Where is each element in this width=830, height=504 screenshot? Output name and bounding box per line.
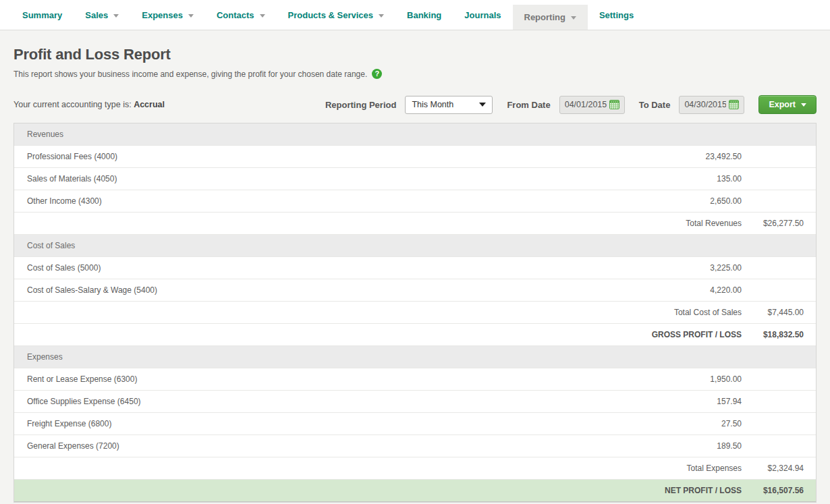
select-caret-icon bbox=[479, 103, 486, 107]
section-header-row: Revenues bbox=[14, 123, 816, 146]
tab-banking[interactable]: Banking bbox=[395, 0, 453, 30]
chevron-down-icon bbox=[571, 16, 576, 20]
reporting-period-label: Reporting Period bbox=[325, 100, 396, 110]
total-cell: $7,445.00 bbox=[742, 308, 816, 317]
page-content: Profit and Loss Report This report shows… bbox=[0, 46, 830, 503]
account-label: Revenues bbox=[14, 130, 742, 139]
account-label: Professional Fees (4000) bbox=[14, 152, 706, 161]
amount-cell: 27.50 bbox=[721, 419, 742, 428]
account-label: General Expenses (7200) bbox=[14, 441, 717, 451]
report-row: Total Cost of Sales$7,445.00 bbox=[14, 302, 816, 324]
report-row: NET PROFIT / LOSS$16,507.56 bbox=[14, 480, 816, 502]
report-row: Office Supplies Expense (6450)157.94 bbox=[14, 391, 816, 413]
account-label: Cost of Sales bbox=[14, 241, 742, 250]
amount-cell: 1,950.00 bbox=[710, 374, 742, 384]
section-header-row: Cost of Sales bbox=[14, 235, 816, 257]
top-nav: SummarySalesExpensesContactsProducts & S… bbox=[0, 0, 830, 30]
account-label: Rent or Lease Expense (6300) bbox=[14, 374, 710, 384]
tab-label: Products & Services bbox=[288, 10, 373, 20]
report-row: Cost of Sales-Salary & Wage (5400)4,220.… bbox=[14, 279, 816, 302]
tab-label: Expenses bbox=[142, 10, 183, 20]
export-button-label: Export bbox=[769, 100, 796, 109]
to-date-input[interactable] bbox=[684, 100, 726, 109]
tab-label: Banking bbox=[407, 10, 441, 20]
total-cell: $26,277.50 bbox=[742, 219, 816, 228]
amount-cell: 3,225.00 bbox=[710, 263, 742, 273]
chevron-down-icon bbox=[801, 103, 806, 107]
report-row: General Expenses (7200)189.50 bbox=[14, 435, 816, 457]
accounting-type-value: Accrual bbox=[134, 100, 165, 109]
report-row: Other Income (4300)2,650.00 bbox=[14, 190, 816, 213]
total-label: Total Revenues bbox=[686, 219, 742, 228]
help-icon[interactable]: ? bbox=[372, 69, 382, 79]
controls-right: Reporting Period This Month From Date To… bbox=[325, 95, 817, 114]
accounting-type: Your current accounting type is: Accrual bbox=[13, 100, 165, 109]
total-cell: $16,507.56 bbox=[742, 486, 816, 495]
account-label: Cost of Sales-Salary & Wage (5400) bbox=[14, 285, 710, 295]
tab-settings[interactable]: Settings bbox=[588, 0, 645, 30]
total-cell: $18,832.50 bbox=[742, 330, 816, 339]
accounting-type-label: Your current accounting type is: bbox=[13, 100, 132, 109]
profit-loss-table: RevenuesProfessional Fees (4000)23,492.5… bbox=[13, 123, 817, 503]
from-date-field[interactable] bbox=[559, 96, 625, 114]
tab-label: Contacts bbox=[217, 10, 254, 20]
from-date-label: From Date bbox=[507, 100, 550, 110]
tab-journals[interactable]: Journals bbox=[453, 0, 512, 30]
section-header-row: Expenses bbox=[14, 346, 816, 368]
account-label: Other Income (4300) bbox=[14, 196, 710, 206]
tab-label: Settings bbox=[599, 10, 634, 20]
tab-reporting[interactable]: Reporting bbox=[513, 5, 588, 30]
report-row: Freight Expense (6800)27.50 bbox=[14, 413, 816, 435]
tab-contacts[interactable]: Contacts bbox=[205, 0, 277, 30]
total-label: NET PROFIT / LOSS bbox=[665, 486, 742, 495]
total-label: Total Cost of Sales bbox=[674, 308, 742, 317]
total-cell: $2,324.94 bbox=[742, 464, 816, 473]
tab-label: Journals bbox=[464, 10, 501, 20]
amount-cell: 2,650.00 bbox=[710, 196, 742, 206]
account-label: Freight Expense (6800) bbox=[14, 419, 721, 428]
account-label: Expenses bbox=[14, 352, 742, 362]
report-row: Total Revenues$26,277.50 bbox=[14, 213, 816, 235]
report-row: Total Expenses$2,324.94 bbox=[14, 457, 816, 480]
calendar-icon[interactable] bbox=[609, 100, 619, 109]
tab-label: Sales bbox=[85, 10, 108, 20]
account-label: Office Supplies Expense (6450) bbox=[14, 397, 717, 406]
page-subtitle: This report shows your business income a… bbox=[13, 69, 817, 79]
page-title: Profit and Loss Report bbox=[13, 46, 817, 63]
amount-cell: 157.94 bbox=[717, 397, 742, 406]
tab-label: Reporting bbox=[524, 12, 565, 22]
tab-products-services[interactable]: Products & Services bbox=[277, 0, 395, 30]
amount-cell: 23,492.50 bbox=[706, 152, 742, 161]
to-date-label: To Date bbox=[639, 100, 671, 110]
chevron-down-icon bbox=[113, 14, 119, 18]
amount-cell: 4,220.00 bbox=[710, 285, 742, 295]
from-date-input[interactable] bbox=[565, 100, 607, 109]
amount-cell: 189.50 bbox=[717, 441, 742, 451]
report-row: GROSS PROFIT / LOSS$18,832.50 bbox=[14, 324, 816, 346]
total-label: Total Expenses bbox=[687, 464, 742, 473]
reporting-period-value: This Month bbox=[412, 100, 453, 109]
export-button[interactable]: Export bbox=[758, 95, 817, 114]
calendar-icon[interactable] bbox=[729, 100, 739, 109]
chevron-down-icon bbox=[188, 14, 194, 18]
tab-expenses[interactable]: Expenses bbox=[130, 0, 205, 30]
to-date-field[interactable] bbox=[679, 96, 744, 114]
report-row: Rent or Lease Expense (6300)1,950.00 bbox=[14, 368, 816, 391]
chevron-down-icon bbox=[260, 14, 265, 18]
account-label: Sales of Materials (4050) bbox=[14, 174, 717, 184]
report-row: Sales of Materials (4050)135.00 bbox=[14, 168, 816, 190]
report-row: Professional Fees (4000)23,492.50 bbox=[14, 146, 816, 168]
report-controls: Your current accounting type is: Accrual… bbox=[13, 95, 817, 114]
amount-cell: 135.00 bbox=[717, 174, 742, 184]
chevron-down-icon bbox=[379, 14, 384, 18]
tab-label: Summary bbox=[22, 10, 62, 20]
account-label: Cost of Sales (5000) bbox=[14, 263, 710, 273]
reporting-period-select[interactable]: This Month bbox=[405, 96, 493, 114]
tab-sales[interactable]: Sales bbox=[74, 0, 130, 30]
report-row: Cost of Sales (5000)3,225.00 bbox=[14, 257, 816, 279]
subtitle-text: This report shows your business income a… bbox=[13, 69, 367, 79]
tab-summary[interactable]: Summary bbox=[11, 0, 74, 30]
total-label: GROSS PROFIT / LOSS bbox=[652, 330, 742, 339]
